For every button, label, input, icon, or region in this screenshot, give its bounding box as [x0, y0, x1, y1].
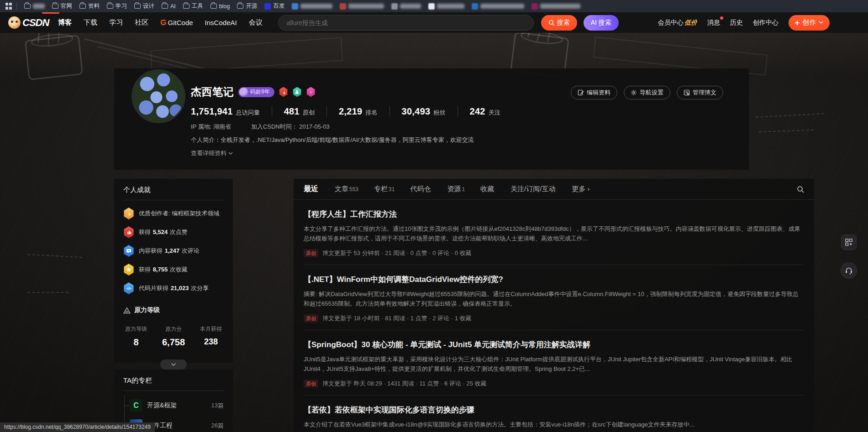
achievements-title: 个人成就 — [123, 179, 224, 200]
force-month-cell: 本月获得238 — [200, 325, 222, 348]
nav-item-download[interactable]: 下载 — [84, 18, 97, 27]
stat-following[interactable]: 242关注 — [458, 106, 512, 117]
medal-badge-icon[interactable]: ♀ — [306, 87, 316, 97]
create-button[interactable]: + 创作 — [789, 15, 830, 31]
column-item-opensource[interactable]: C 开源&框架 13篇 — [123, 396, 224, 416]
bookmark-item-blurred[interactable] — [388, 2, 425, 11]
tab-follow-interact[interactable]: 关注/订阅/互动 — [510, 185, 556, 193]
article-item[interactable]: 【.NET】WinForm中如何调整DataGridView控件的列宽? 摘要:… — [304, 265, 804, 330]
achievement-shares[interactable]: </> 代码片获得 21,023 次分享 — [123, 282, 224, 294]
article-item[interactable]: 【若依】若依框架中实现国际化多语言切换的步骤 本文介绍了在若依Vue3框架中集成… — [304, 396, 804, 432]
folder-icon — [237, 4, 243, 9]
chalk-formula — [756, 113, 824, 118]
bookmark-item[interactable]: 学习 — [103, 1, 131, 11]
bookmark-item[interactable]: 设计 — [131, 1, 158, 11]
medal-badge-icon[interactable] — [293, 87, 302, 97]
nav-item-inscodeai[interactable]: InsCodeAI — [205, 19, 237, 26]
bookmark-item-blurred[interactable] — [528, 2, 584, 11]
tab-repos[interactable]: 代码仓 — [410, 185, 431, 193]
bookmark-item-blurred[interactable] — [468, 2, 528, 11]
qr-code-icon — [845, 239, 852, 246]
nav-item-label: GitCode — [168, 19, 193, 26]
bookmark-item-blurred[interactable] — [425, 2, 468, 11]
bookmark-item-baidu[interactable]: 百度 — [261, 1, 288, 11]
baidu-favicon — [264, 3, 271, 10]
create-button-label: 创作 — [802, 18, 816, 27]
view-detail-link[interactable]: 查看详细资料 — [191, 149, 233, 157]
profile-avatar[interactable] — [132, 69, 185, 123]
csdn-logo[interactable]: CSDN — [8, 16, 49, 29]
bookmark-item[interactable]: 官网 — [48, 1, 76, 11]
qr-code-button[interactable] — [842, 235, 856, 250]
manage-posts-button[interactable]: 管理博文 — [677, 86, 723, 99]
bookmark-item[interactable]: AI — [158, 2, 179, 11]
tab-more[interactable]: 更多 › — [572, 185, 589, 193]
tab-favorites[interactable]: 收藏 — [480, 185, 495, 193]
achievements-card: 个人成就 优质创作者: 编程框架技术领域 获得 5,524 次点赞 内容获得 1… — [114, 179, 233, 363]
content-tabs: 最近 文章553 专栏31 代码仓 资源1 收藏 关注/订阅/互动 更多 › — [294, 179, 814, 200]
csdn-profile-page: 官网 资料 学习 设计 AI 工具 blog 开源 百度 CSDN 博客 下载 … — [0, 0, 868, 432]
article-title[interactable]: 【程序人生】工作汇报方法 — [304, 209, 804, 219]
tab-recent[interactable]: 最近 — [304, 184, 319, 194]
force-stats: 原力等级8 原力分6,758 本月获得238 — [123, 325, 224, 348]
chevron-down-icon — [228, 152, 233, 155]
apps-grid-icon[interactable] — [5, 3, 13, 10]
bookmark-label: blog — [219, 3, 230, 10]
bookmark-item-blurred[interactable] — [21, 2, 48, 10]
tab-columns[interactable]: 专栏31 — [374, 185, 395, 193]
folder-icon — [52, 4, 58, 9]
tab-articles[interactable]: 文章553 — [335, 185, 358, 193]
article-item[interactable]: 【SpringBoot】30 核心功能 - 单元测试 - JUnit5 单元测试… — [304, 330, 804, 396]
search-input[interactable] — [278, 15, 534, 31]
profile-header: 杰西笔记 码龄9年 ♀ 1,751,941总访问量 481原创 2,219排名 … — [114, 68, 749, 170]
folder-icon — [210, 4, 217, 9]
creator-center-link[interactable]: 创作中心 — [753, 19, 779, 27]
nav-item-gitcode[interactable]: GGitCode — [160, 18, 193, 27]
nav-item-meeting[interactable]: 会议 — [249, 18, 263, 27]
medal-badge-icon[interactable] — [279, 87, 288, 97]
history-link[interactable]: 历史 — [730, 19, 743, 27]
force-triangle-icon — [123, 307, 131, 314]
bookmark-item-blurred[interactable] — [336, 2, 388, 11]
messages-link[interactable]: 消息 — [707, 19, 720, 27]
content-search-button[interactable] — [797, 186, 804, 193]
nav-item-community[interactable]: 社区 — [135, 18, 148, 27]
article-title[interactable]: 【SpringBoot】30 核心功能 - 单元测试 - JUnit5 单元测试… — [304, 339, 804, 350]
article-title[interactable]: 【.NET】WinForm中如何调整DataGridView控件的列宽? — [304, 274, 804, 285]
bookmark-item[interactable]: 资料 — [76, 1, 103, 11]
bookmark-item[interactable]: 开源 — [233, 1, 261, 11]
ai-search-button[interactable]: AI 搜索 — [584, 15, 619, 31]
quality-creator-icon — [123, 208, 134, 219]
achievement-favorites[interactable]: 获得 8,755 次收藏 — [123, 264, 224, 276]
nav-item-learn[interactable]: 学习 — [109, 18, 123, 27]
stat-followers[interactable]: 30,493粉丝 — [390, 106, 458, 117]
plus-icon: + — [795, 19, 800, 27]
flame-icon — [281, 89, 286, 95]
gear-icon — [631, 89, 637, 96]
blurred-favicon — [340, 3, 346, 10]
nav-settings-button[interactable]: 导航设置 — [624, 86, 670, 99]
join-date: 加入CSDN时间： 2017-05-03 — [251, 123, 330, 131]
bookmark-item[interactable]: 工具 — [179, 1, 207, 11]
article-title[interactable]: 【若依】若依框架中实现国际化多语言切换的步骤 — [304, 405, 804, 415]
tab-resources[interactable]: 资源1 — [447, 185, 465, 193]
user-avatar[interactable] — [631, 15, 648, 31]
bookmark-item-blurred[interactable] — [288, 2, 336, 11]
edit-profile-button[interactable]: 编辑资料 — [571, 86, 617, 99]
headset-icon — [845, 266, 853, 275]
achievement-comments[interactable]: 内容获得 1,247 次评论 — [123, 245, 224, 257]
customer-service-button[interactable] — [841, 263, 857, 278]
article-item[interactable]: 【程序人生】工作汇报方法 本文分享了多种工作汇报的方法。通过10张图文并茂的示例… — [304, 200, 804, 265]
blurred-favicon — [391, 3, 398, 10]
nav-item-blog[interactable]: 博客 — [58, 18, 72, 27]
stat-total-visits: 1,751,941总访问量 — [191, 106, 272, 117]
force-score-cell: 原力分6,758 — [162, 325, 185, 348]
member-center-link[interactable]: 会员中心 低价 — [658, 19, 697, 27]
code-age-label: 码龄9年 — [250, 88, 270, 96]
stat-originals[interactable]: 481原创 — [272, 106, 327, 117]
expand-button[interactable] — [160, 359, 187, 370]
search-button[interactable]: 搜索 — [541, 15, 577, 31]
achievement-quality-creator[interactable]: 优质创作者: 编程框架技术领域 — [123, 208, 224, 219]
bookmark-item[interactable]: blog — [207, 2, 234, 11]
achievement-likes[interactable]: 获得 5,524 次点赞 — [123, 226, 224, 238]
